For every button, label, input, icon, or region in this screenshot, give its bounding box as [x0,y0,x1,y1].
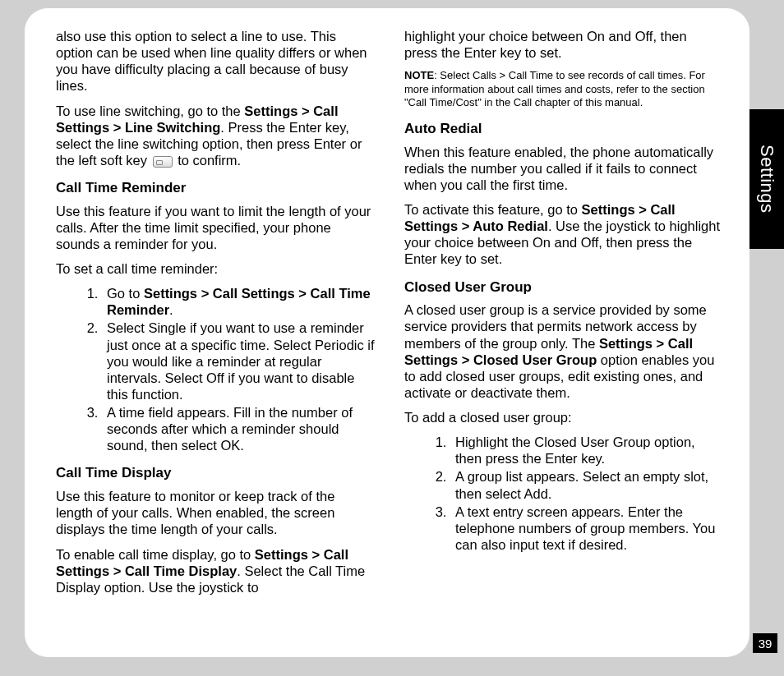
text: To enable call time display, go to [56,547,255,562]
note-label: NOTE [404,69,434,81]
ctr-steps: Go to Settings > Call Settings > Call Ti… [56,285,375,453]
cug-paragraph-2: To add a closed user group: [404,409,723,425]
heading-call-time-reminder: Call Time Reminder [56,180,375,197]
note: NOTE: Select Calls > Call Time to see re… [404,69,723,109]
intro-paragraph-1: also use this option to select a line to… [56,28,375,94]
heading-auto-redial: Auto Redial [404,121,723,138]
cug-steps: Highlight the Closed User Group option, … [404,434,723,553]
softkey-icon [153,156,173,168]
section-tab-label: Settings [756,145,777,214]
list-item: A text entry screen appears. Enter the t… [450,504,723,553]
ar-paragraph-1: When this feature enabled, the phone aut… [404,144,723,193]
text: To activate this feature, go to [404,202,582,217]
ar-paragraph-2: To activate this feature, go to Settings… [404,201,723,268]
ctd-paragraph-2: To enable call time display, go to Setti… [56,546,375,596]
heading-closed-user-group: Closed User Group [404,279,723,297]
left-column: also use this option to select a line to… [56,28,375,634]
list-item: Highlight the Closed User Group option, … [450,434,723,467]
list-item: A group list appears. Select an empty sl… [450,468,723,501]
right-column: highlight your choice between On and Off… [401,28,723,634]
text: to confirm. [174,153,242,168]
continued-paragraph: highlight your choice between On and Off… [404,28,723,61]
menu-path: Settings > Call Settings > Call Time Rem… [107,286,371,317]
text: To use line switching, go to the [56,103,244,118]
heading-call-time-display: Call Time Display [56,465,375,482]
list-item: Select Single if you want to use a remin… [102,320,375,402]
cug-paragraph-1: A closed user group is a service provide… [404,301,723,401]
list-item: A time field appears. Fill in the number… [102,404,375,453]
list-item: Go to Settings > Call Settings > Call Ti… [102,285,375,318]
intro-paragraph-2: To use line switching, go to the Setting… [56,103,375,169]
page-number: 39 [753,633,777,653]
note-text: : Select Calls > Call Time to see record… [404,69,705,108]
page-content: also use this option to select a line to… [25,8,749,657]
text: Go to [107,286,144,301]
ctr-paragraph-2: To set a call time reminder: [56,260,375,277]
ctd-paragraph-1: Use this feature to monitor or keep trac… [56,488,375,537]
columns: also use this option to select a line to… [56,28,723,634]
ctr-paragraph-1: Use this feature if you want to limit th… [56,203,375,252]
text: . [169,302,173,317]
section-tab: Settings [749,109,784,249]
